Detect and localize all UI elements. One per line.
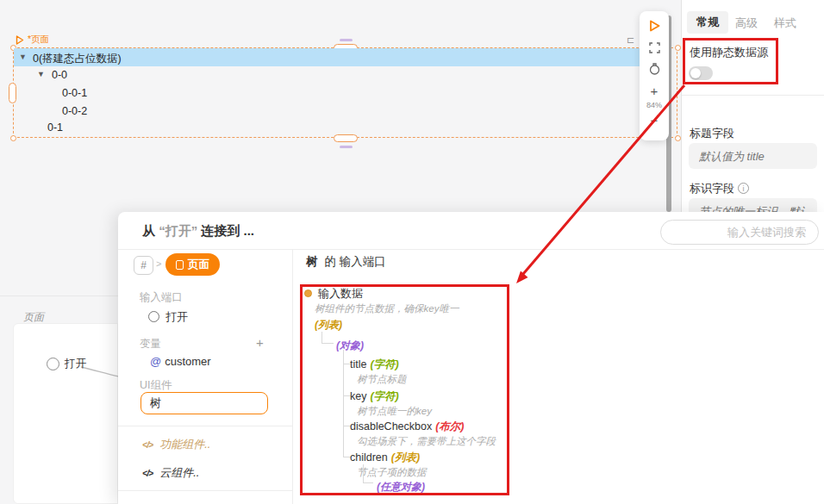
breadcrumb-page-label: 页面: [188, 258, 209, 272]
tree-connector: [321, 332, 334, 344]
at-icon: @: [150, 355, 161, 368]
key-field-label-text: 标识字段: [690, 182, 734, 195]
heading-rest: 的 输入端口: [325, 255, 386, 268]
tree-row[interactable]: 0-0-1: [62, 87, 87, 99]
pan-tool-button[interactable]: [647, 62, 661, 76]
key-field-label: 标识字段i: [690, 181, 749, 196]
modal-title-suffix: 连接到 ...: [201, 223, 254, 238]
title-field-label: 标题字段: [690, 126, 734, 141]
flow-canvas-card: 打开: [13, 323, 118, 504]
field-title[interactable]: title(字符): [350, 358, 399, 372]
breadcrumb-separator: >: [156, 258, 161, 269]
selection-handle-left[interactable]: [9, 83, 16, 103]
port-name[interactable]: 输入数据: [318, 286, 363, 302]
flow-node-label: 打开: [65, 357, 86, 371]
modal-header: 从 “打开” 连接到 ...: [118, 212, 824, 250]
drop-indicator-bottom: [340, 146, 353, 148]
modal-title-source: “打开”: [159, 223, 197, 238]
tree-row[interactable]: 0-0-2: [62, 105, 87, 117]
cloud-components-label: 云组件..: [159, 466, 199, 479]
tab-advanced[interactable]: 高级: [735, 16, 758, 31]
canvas-toolbar: + 84% −: [640, 11, 669, 140]
properties-panel: 常规 高级 样式 使用静态数据源 标题字段 标识字段i: [682, 0, 824, 212]
tab-general[interactable]: 常规: [687, 11, 728, 34]
variables-section-label: 变量: [140, 337, 161, 352]
page-breadcrumb-tag[interactable]: *页面: [16, 34, 49, 46]
panel-section-divider: [682, 95, 824, 96]
info-icon[interactable]: i: [738, 183, 749, 194]
drop-indicator-top: [340, 39, 353, 41]
connect-modal: 从 “打开” 连接到 ... # > 页面 输入端口 打开 变量 + @cust…: [118, 212, 824, 504]
zoom-out-button[interactable]: −: [647, 113, 661, 127]
port-open-label: 打开: [165, 310, 188, 323]
category-function-components[interactable]: </>功能组件..: [142, 437, 210, 452]
port-dot-icon: [304, 289, 312, 297]
port-item-open[interactable]: 打开: [148, 309, 188, 325]
play-outline-icon: [16, 35, 24, 45]
field-type: (字符): [370, 390, 398, 402]
flow-node-open[interactable]: 打开: [47, 357, 86, 371]
code-icon: </>: [142, 439, 153, 450]
code-icon: </>: [142, 468, 153, 478]
zoom-level: 84%: [646, 101, 662, 109]
tree-row[interactable]: 0(搭建态占位数据): [33, 52, 122, 66]
tab-style[interactable]: 样式: [774, 16, 796, 31]
zoom-in-button[interactable]: +: [647, 84, 661, 97]
caret-down-icon[interactable]: ▼: [19, 53, 27, 61]
sidebar-divider: [118, 490, 292, 491]
field-type: (字符): [370, 358, 398, 370]
run-button[interactable]: [647, 19, 661, 33]
component-name: 树: [306, 255, 318, 268]
add-variable-button[interactable]: +: [256, 335, 264, 350]
toggle-knob: [690, 68, 701, 78]
breadcrumb-root-chip[interactable]: #: [134, 256, 153, 275]
tree-row[interactable]: 0-0: [52, 69, 67, 81]
variable-name: customer: [165, 355, 210, 368]
field-name: title: [350, 358, 366, 370]
selection-handle-bottom[interactable]: [334, 134, 358, 142]
field-key[interactable]: key(字符): [350, 389, 399, 404]
static-datasource-label: 使用静态数据源: [690, 45, 768, 60]
selection-handle-top-right[interactable]: [675, 45, 681, 51]
collapse-panel-icon[interactable]: ⊏: [627, 34, 634, 46]
field-name: key: [350, 390, 366, 402]
drawer-divider: [0, 296, 118, 296]
caret-down-icon[interactable]: ▼: [37, 70, 45, 78]
selection-handle-bottom-left[interactable]: [10, 135, 16, 141]
field-type: (列表): [391, 451, 420, 464]
type-list: (列表): [315, 318, 342, 333]
document-icon: [176, 260, 184, 270]
modal-title-prefix: 从: [142, 223, 155, 238]
fullscreen-icon: [649, 42, 660, 53]
modal-title: 从 “打开” 连接到 ...: [142, 223, 254, 240]
port-circle-icon[interactable]: [47, 358, 59, 370]
breadcrumb-page-chip[interactable]: 页面: [165, 253, 220, 276]
connection-wire: [14, 324, 119, 504]
variable-item-customer[interactable]: @customer: [150, 355, 211, 368]
selection-handle-bottom-right[interactable]: [675, 135, 681, 141]
field-desc: 树节点唯一的key: [357, 405, 432, 418]
static-datasource-toggle[interactable]: [689, 66, 713, 80]
component-search-input[interactable]: [140, 392, 268, 414]
type-any-object: (任意对象): [377, 480, 425, 495]
tree-connector-trunk: [343, 350, 344, 457]
port-description: 树组件的节点数据，确保key唯一: [315, 302, 459, 315]
field-disableCheckbox[interactable]: disableCheckbox(布尔): [350, 420, 465, 434]
hand-tool-icon: [649, 63, 660, 76]
tree-row[interactable]: 0-1: [47, 121, 63, 134]
field-name: disableCheckbox: [350, 420, 432, 432]
modal-sidebar-divider: [292, 250, 293, 504]
field-children[interactable]: children(列表): [350, 451, 420, 465]
field-desc: 树节点标题: [357, 373, 407, 386]
field-type: (布尔): [435, 420, 464, 432]
category-cloud-components[interactable]: </>云组件..: [142, 465, 199, 481]
ui-components-section-label: UI组件: [140, 378, 172, 393]
sidebar-divider: [118, 426, 292, 426]
field-name: children: [350, 451, 388, 464]
type-object: (对象): [336, 339, 364, 353]
title-field-input[interactable]: [689, 143, 817, 169]
content-heading: 树的 输入端口: [306, 254, 386, 270]
keyword-search-input[interactable]: [660, 220, 819, 245]
page-tag-label: *页面: [28, 34, 49, 46]
fullscreen-button[interactable]: [647, 40, 661, 54]
